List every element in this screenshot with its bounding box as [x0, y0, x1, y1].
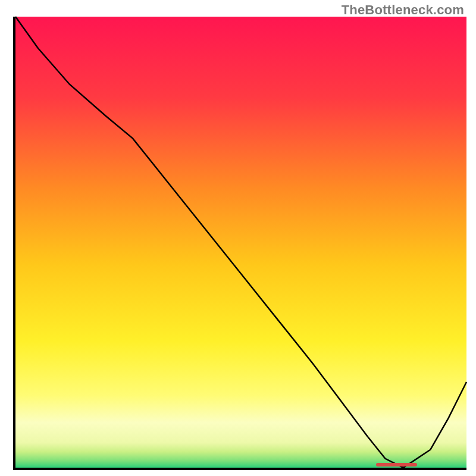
- bottleneck-curve: [15, 17, 466, 468]
- plot-area: [13, 17, 466, 470]
- chart-stage: TheBottleneck.com: [0, 0, 476, 476]
- watermark-text: TheBottleneck.com: [342, 2, 464, 18]
- optimum-band-marker: [376, 463, 416, 466]
